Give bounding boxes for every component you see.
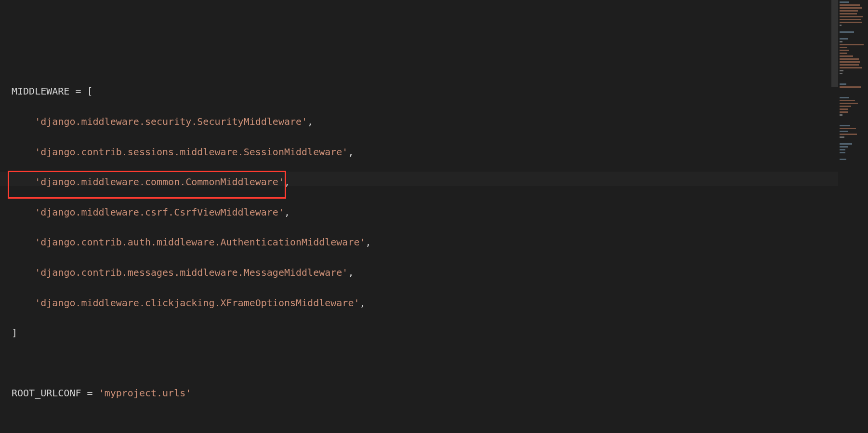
blank-line <box>12 416 838 431</box>
minimap[interactable] <box>838 0 868 433</box>
line: 'django.middleware.csrf.CsrfViewMiddlewa… <box>12 205 838 220</box>
editor-scrollbar[interactable] <box>831 0 838 433</box>
line: 'django.contrib.sessions.middleware.Sess… <box>12 145 838 160</box>
code-editor[interactable]: MIDDLEWARE = [ 'django.middleware.securi… <box>0 0 838 433</box>
line: 'django.contrib.messages.middleware.Mess… <box>12 265 838 280</box>
str: 'django.middleware.security.SecurityMidd… <box>35 116 307 127</box>
line: 'django.middleware.security.SecurityMidd… <box>12 114 838 129</box>
str: 'django.middleware.clickjacking.XFrameOp… <box>35 297 359 309</box>
op: = <box>69 85 87 97</box>
str: 'django.middleware.common.CommonMiddlewa… <box>35 176 284 188</box>
line: ] <box>12 325 838 340</box>
code-content: MIDDLEWARE = [ 'django.middleware.securi… <box>12 69 838 433</box>
line: MIDDLEWARE = [ <box>12 84 838 99</box>
str: 'django.contrib.sessions.middleware.Sess… <box>35 146 348 158</box>
scrollbar-thumb[interactable] <box>831 0 838 87</box>
var-name: MIDDLEWARE <box>12 85 69 97</box>
bracket: ] <box>12 327 17 338</box>
str: 'django.contrib.messages.middleware.Mess… <box>35 267 348 278</box>
str: 'django.contrib.auth.middleware.Authenti… <box>35 236 365 248</box>
line: 'django.middleware.clickjacking.XFrameOp… <box>12 296 838 311</box>
line-root-urlconf: ROOT_URLCONF = 'myproject.urls' <box>12 386 838 401</box>
line: 'django.middleware.common.CommonMiddlewa… <box>12 175 838 189</box>
str: 'myproject.urls' <box>99 387 192 399</box>
str: 'django.middleware.csrf.CsrfViewMiddlewa… <box>35 206 284 218</box>
line: 'django.contrib.auth.middleware.Authenti… <box>12 235 838 250</box>
blank-line <box>12 356 838 371</box>
var-name: ROOT_URLCONF <box>12 387 81 399</box>
bracket: [ <box>87 85 93 97</box>
op: = <box>81 387 99 399</box>
